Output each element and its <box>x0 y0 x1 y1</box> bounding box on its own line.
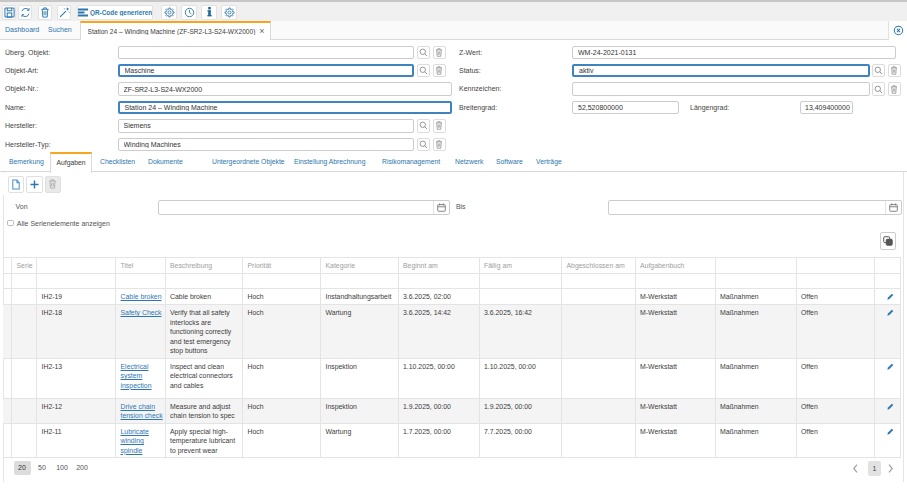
tab-untergeordnete-objekte[interactable]: Untergeordnete Objekte <box>212 152 285 172</box>
table-row[interactable]: IH2-13 Electrical system inspection Insp… <box>3 358 900 398</box>
edit-pencil-icon[interactable] <box>887 309 894 316</box>
add-task-button[interactable] <box>26 176 43 193</box>
tab-einstellung-abrechnung[interactable]: Einstellung Abrechnung <box>294 152 365 172</box>
hersteller-typ-clear-button[interactable] <box>433 138 447 152</box>
objekt-nr-input[interactable] <box>118 82 452 96</box>
pagesize-20[interactable]: 20 <box>14 461 31 475</box>
filter-cell[interactable] <box>398 274 479 289</box>
pagesize-100[interactable]: 100 <box>54 461 70 475</box>
col-aufgabenbuch[interactable]: Aufgabenbuch <box>635 257 715 274</box>
tab-bemerkung[interactable]: Bemerkung <box>9 152 44 172</box>
col-prioritaet[interactable]: Priorität <box>243 257 321 274</box>
filter-cell[interactable] <box>321 274 399 289</box>
hersteller-typ-input[interactable] <box>118 138 415 152</box>
settings-button[interactable] <box>161 5 177 21</box>
ueberg-objekt-clear-button[interactable] <box>433 46 447 60</box>
filter-cell[interactable] <box>243 274 321 289</box>
column-chooser-button[interactable] <box>880 232 896 250</box>
filter-cell[interactable] <box>12 274 37 289</box>
tab-checklisten[interactable]: Checklisten <box>100 152 135 172</box>
breitengrad-input[interactable] <box>572 101 679 115</box>
hersteller-typ-search-button[interactable] <box>417 138 431 152</box>
task-link[interactable]: Cable broken <box>121 293 162 300</box>
col-id[interactable] <box>37 257 116 274</box>
edit-pencil-icon[interactable] <box>887 363 894 370</box>
col-abgeschlossen-am[interactable]: Abgeschlossen am <box>562 257 636 274</box>
hersteller-clear-button[interactable] <box>433 119 447 133</box>
filter-cell[interactable] <box>37 274 116 289</box>
ueberg-objekt-input[interactable] <box>118 46 415 60</box>
filter-cell[interactable] <box>715 274 796 289</box>
filter-cell[interactable] <box>479 274 562 289</box>
objekt-art-clear-button[interactable] <box>433 64 447 78</box>
history-button[interactable] <box>181 5 197 21</box>
refresh-button[interactable] <box>18 5 32 21</box>
tab-aufgaben[interactable]: Aufgaben <box>50 152 92 173</box>
calendar-icon[interactable] <box>885 201 901 214</box>
prev-page-button[interactable] <box>853 462 859 474</box>
edit-pencil-icon[interactable] <box>887 293 894 300</box>
table-row[interactable]: IH2-12 Drive chain tension check Measure… <box>3 398 900 423</box>
edit-pencil-icon[interactable] <box>887 403 894 410</box>
pagesize-50[interactable]: 50 <box>36 461 48 475</box>
col-kategorie[interactable]: Kategorie <box>321 257 399 274</box>
bis-input[interactable] <box>609 201 885 214</box>
col-beschreibung[interactable]: Beschreibung <box>165 257 243 274</box>
table-row[interactable]: IH2-19 Cable broken Cable broken Hoch In… <box>3 289 900 305</box>
current-page-button[interactable]: 1 <box>868 461 882 477</box>
ueberg-objekt-search-button[interactable] <box>417 46 431 60</box>
task-link[interactable]: Safety Check <box>121 309 162 316</box>
filter-cell[interactable] <box>165 274 243 289</box>
name-input[interactable] <box>118 101 452 115</box>
col-titel[interactable]: Titel <box>116 257 166 274</box>
z-wert-input[interactable] <box>572 46 896 60</box>
filter-cell[interactable] <box>116 274 166 289</box>
settings-button-2[interactable] <box>221 5 237 21</box>
save-button[interactable] <box>2 5 16 21</box>
objekt-art-search-button[interactable] <box>417 64 431 78</box>
hersteller-search-button[interactable] <box>417 119 431 133</box>
col-beginnt-am[interactable]: Beginnt am <box>398 257 479 274</box>
filter-cell[interactable] <box>796 274 874 289</box>
status-clear-button[interactable] <box>888 64 902 78</box>
new-task-button[interactable] <box>8 176 25 193</box>
col-faellig-am[interactable]: Fällig am <box>479 257 562 274</box>
table-row[interactable]: IH2-18 Safety Check Verify that all safe… <box>3 305 900 359</box>
tabstrip-overflow-button[interactable] <box>888 21 907 40</box>
von-input[interactable] <box>159 201 433 214</box>
task-link[interactable]: Drive chain tension check <box>121 403 163 420</box>
laengengrad-input[interactable] <box>800 101 853 115</box>
nav-suchen[interactable]: Suchen <box>48 21 72 39</box>
task-link[interactable]: Lubricate winding spindle <box>121 428 149 454</box>
filter-cell[interactable] <box>562 274 636 289</box>
status-input[interactable] <box>572 64 870 78</box>
info-button[interactable] <box>201 5 217 21</box>
calendar-icon[interactable] <box>433 201 449 214</box>
tab-dokumente[interactable]: Dokumente <box>148 152 183 172</box>
kennzeichen-search-button[interactable] <box>872 82 886 96</box>
serienelemente-checkbox[interactable] <box>7 220 14 227</box>
hersteller-input[interactable] <box>118 119 415 133</box>
tab-software[interactable]: Software <box>496 152 523 172</box>
delete-task-button[interactable] <box>45 176 62 193</box>
task-link[interactable]: Electrical system inspection <box>121 363 152 389</box>
col-serie[interactable]: Serie <box>12 257 37 274</box>
nav-dashboard[interactable]: Dashboard <box>5 21 39 39</box>
filter-cell[interactable] <box>635 274 715 289</box>
tab-station-24[interactable]: Station 24 – Winding Machine (ZF-SR2-L3-… <box>80 21 271 40</box>
edit-pencil-icon[interactable] <box>887 428 894 435</box>
tab-risikomanagement[interactable]: Risikomanagement <box>382 152 440 172</box>
kennzeichen-input[interactable] <box>572 82 870 96</box>
delete-button[interactable] <box>38 5 52 21</box>
pagesize-200[interactable]: 200 <box>74 461 90 475</box>
status-search-button[interactable] <box>872 64 886 78</box>
tab-vertraege[interactable]: Verträge <box>536 152 562 172</box>
table-row[interactable]: IH2-11 Lubricate winding spindle Apply s… <box>3 423 900 458</box>
objekt-art-input[interactable] <box>118 64 415 78</box>
tab-close-icon[interactable]: × <box>259 27 264 36</box>
kennzeichen-clear-button[interactable] <box>888 82 902 96</box>
qr-code-button[interactable]: QR-Code generieren <box>77 5 153 21</box>
tab-netzwerk[interactable]: Netzwerk <box>455 152 483 172</box>
magic-wand-button[interactable] <box>57 5 71 21</box>
next-page-button[interactable] <box>888 462 894 474</box>
